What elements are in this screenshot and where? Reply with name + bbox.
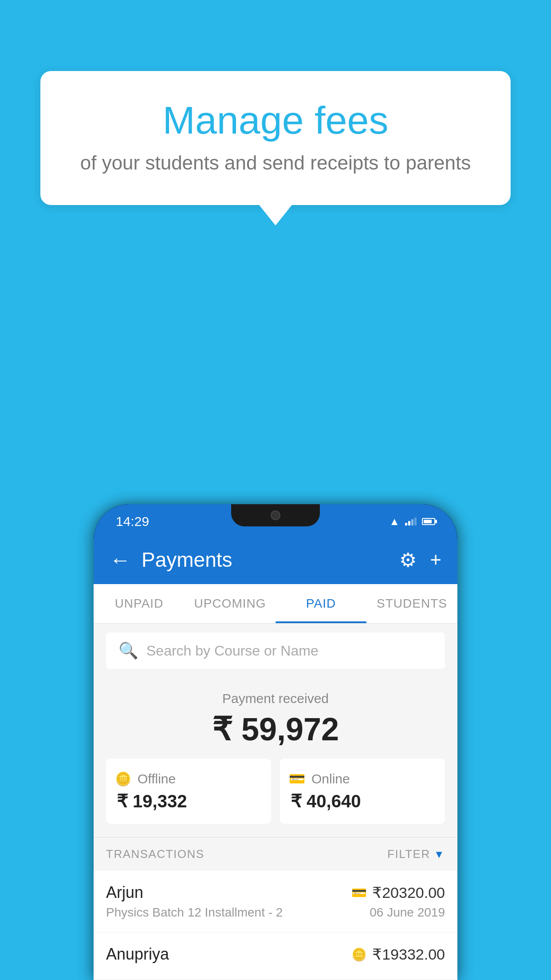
online-card-header: 💳 Online (289, 771, 350, 786)
phone-wrapper: 14:29 ▲ (94, 504, 457, 980)
battery-icon (422, 518, 435, 525)
tab-paid[interactable]: PAID (276, 584, 366, 623)
table-row[interactable]: Arjun 💳 ₹20320.00 Physics Batch 12 Insta… (94, 871, 457, 933)
back-button[interactable]: ← (110, 548, 131, 572)
online-amount: ₹ 40,640 (289, 791, 361, 811)
transaction-row-bottom: Physics Batch 12 Installment - 2 06 June… (106, 905, 445, 920)
tab-upcoming[interactable]: UPCOMING (185, 584, 276, 623)
transaction-row-top: Arjun 💳 ₹20320.00 (106, 883, 445, 902)
offline-payment-card: 🪙 Offline ₹ 19,332 (106, 759, 271, 824)
speech-bubble-subtitle: of your students and send receipts to pa… (76, 152, 475, 174)
transaction-date: 06 June 2019 (370, 905, 445, 920)
phone: 14:29 ▲ (94, 504, 457, 980)
app-bar-icons: ⚙ + (399, 549, 441, 571)
transactions-header: TRANSACTIONS FILTER ▼ (94, 837, 457, 871)
status-icons: ▲ (389, 515, 435, 528)
online-payment-card: 💳 Online ₹ 40,640 (280, 759, 445, 824)
card-icon: 💳 (351, 885, 367, 900)
tab-unpaid[interactable]: UNPAID (94, 584, 185, 623)
transactions-label: TRANSACTIONS (106, 847, 205, 861)
filter-icon: ▼ (434, 848, 445, 861)
speech-bubble-title: Manage fees (76, 98, 475, 143)
settings-icon[interactable]: ⚙ (399, 549, 417, 571)
payment-total-amount: ₹ 59,972 (106, 711, 445, 748)
phone-inner: 14:29 ▲ (94, 504, 457, 980)
search-icon: 🔍 (118, 641, 138, 660)
offline-card-header: 🪙 Offline (115, 771, 176, 786)
speech-bubble: Manage fees of your students and send re… (40, 71, 511, 205)
tabs: UNPAID UPCOMING PAID STUDENTS (94, 584, 457, 624)
status-time: 14:29 (116, 514, 149, 529)
offline-amount: ₹ 19,332 (115, 791, 187, 811)
offline-icon: 🪙 (115, 771, 131, 786)
transaction-name: Anupriya (106, 945, 169, 964)
payment-cards: 🪙 Offline ₹ 19,332 💳 Online ₹ 40,640 (106, 759, 445, 824)
transaction-row-top: Anupriya 🪙 ₹19332.00 (106, 945, 445, 964)
add-icon[interactable]: + (430, 549, 441, 571)
online-icon: 💳 (289, 771, 305, 786)
table-row[interactable]: Anupriya 🪙 ₹19332.00 (94, 933, 457, 980)
payment-label: Payment received (106, 691, 445, 706)
search-placeholder: Search by Course or Name (146, 643, 319, 659)
transaction-name: Arjun (106, 883, 143, 902)
transaction-course: Physics Batch 12 Installment - 2 (106, 905, 283, 920)
app-title: Payments (142, 548, 399, 572)
tab-students[interactable]: STUDENTS (366, 584, 457, 623)
transaction-amount: 🪙 ₹19332.00 (351, 945, 445, 963)
payment-section: Payment received ₹ 59,972 🪙 Offline ₹ 19… (94, 678, 457, 837)
app-bar: ← Payments ⚙ + (94, 535, 457, 584)
phone-notch (231, 504, 320, 526)
cash-icon: 🪙 (351, 947, 367, 962)
search-bar[interactable]: 🔍 Search by Course or Name (106, 632, 445, 669)
transaction-amount: 💳 ₹20320.00 (351, 884, 445, 901)
online-label: Online (311, 771, 350, 786)
signal-icon (405, 518, 417, 526)
offline-label: Offline (138, 771, 176, 786)
filter-button[interactable]: FILTER ▼ (387, 847, 445, 861)
camera (271, 510, 280, 520)
transactions-list: Arjun 💳 ₹20320.00 Physics Batch 12 Insta… (94, 871, 457, 980)
wifi-icon: ▲ (389, 515, 400, 528)
search-container: 🔍 Search by Course or Name (94, 624, 457, 678)
